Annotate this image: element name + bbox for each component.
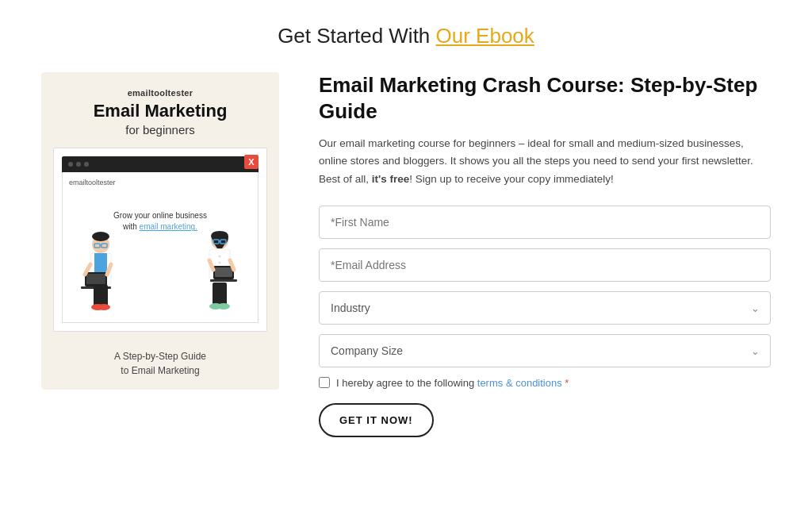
submit-label: GET IT NOW! <box>339 414 413 426</box>
book-cover: emailtooltester Email Marketing for begi… <box>41 72 279 390</box>
svg-point-15 <box>98 304 110 310</box>
book-title: Email Marketing <box>94 101 228 121</box>
page-header: Get Started With Our Ebook <box>41 24 771 48</box>
svg-point-31 <box>217 303 230 309</box>
book-footer-line2: to Email Marketing <box>114 363 206 378</box>
email-input[interactable] <box>319 248 771 282</box>
form-desc-part2: ! Sign up to receive your copy immediate… <box>409 173 613 185</box>
terms-label-text: I hereby agree to the following <box>336 377 477 389</box>
industry-select[interactable]: Industry Technology Marketing Finance He… <box>319 291 771 325</box>
svg-point-1 <box>92 232 109 241</box>
book-brand: emailtooltester <box>128 88 193 98</box>
form-desc-bold: it's free <box>372 173 409 185</box>
page-title: Get Started With Our Ebook <box>41 24 771 48</box>
submit-button[interactable]: GET IT NOW! <box>319 403 434 437</box>
company-size-select[interactable]: Company Size 1-10 11-50 51-200 201-500 5… <box>319 334 771 367</box>
terms-label: I hereby agree to the following terms & … <box>336 377 569 389</box>
first-name-group <box>319 206 771 239</box>
company-size-select-wrapper: Company Size 1-10 11-50 51-200 201-500 5… <box>319 334 771 367</box>
signup-form: Industry Technology Marketing Finance He… <box>319 206 771 437</box>
terms-checkbox[interactable] <box>319 377 330 388</box>
browser-dot-3 <box>84 162 89 167</box>
company-size-group: Company Size 1-10 11-50 51-200 201-500 5… <box>319 334 771 367</box>
browser-dot <box>68 162 73 167</box>
character-right <box>192 225 247 316</box>
browser-body-link: email marketing. <box>140 222 197 231</box>
terms-link[interactable]: terms & conditions <box>477 377 562 389</box>
form-side: Email Marketing Crash Course: Step-by-St… <box>319 72 771 437</box>
browser-dot-2 <box>76 162 81 167</box>
industry-select-wrapper: Industry Technology Marketing Finance He… <box>319 291 771 325</box>
svg-point-21 <box>219 256 221 258</box>
close-icon: X <box>244 155 259 169</box>
svg-rect-13 <box>100 285 108 307</box>
form-description: Our email marketing course for beginners… <box>319 135 771 188</box>
svg-rect-25 <box>215 267 232 277</box>
characters-row <box>69 225 251 316</box>
svg-point-22 <box>219 262 221 264</box>
required-star: * <box>562 377 569 389</box>
browser-content: emailtooltester Grow your online busines… <box>62 172 259 323</box>
browser-bar: X <box>62 156 259 172</box>
email-group <box>319 248 771 282</box>
form-heading: Email Marketing Crash Course: Step-by-St… <box>319 72 771 124</box>
page-title-highlight: Our Ebook <box>436 24 534 48</box>
browser-url: emailtooltester <box>69 179 251 186</box>
industry-group: Industry Technology Marketing Finance He… <box>319 291 771 325</box>
book-footer: A Step-by-Step Guide to Email Marketing <box>114 349 206 378</box>
character-left <box>73 229 128 316</box>
svg-rect-29 <box>213 283 227 306</box>
first-name-input[interactable] <box>319 206 771 239</box>
terms-checkbox-row: I hereby agree to the following terms & … <box>319 377 771 389</box>
book-illustration: X emailtooltester Grow your online busin… <box>53 148 267 332</box>
book-subtitle: for beginners <box>125 123 195 136</box>
svg-rect-26 <box>210 279 237 282</box>
svg-rect-8 <box>86 274 105 284</box>
content-area: emailtooltester Email Marketing for begi… <box>41 72 771 437</box>
book-footer-line1: A Step-by-Step Guide <box>114 349 206 363</box>
page-title-static: Get Started With <box>278 24 435 48</box>
